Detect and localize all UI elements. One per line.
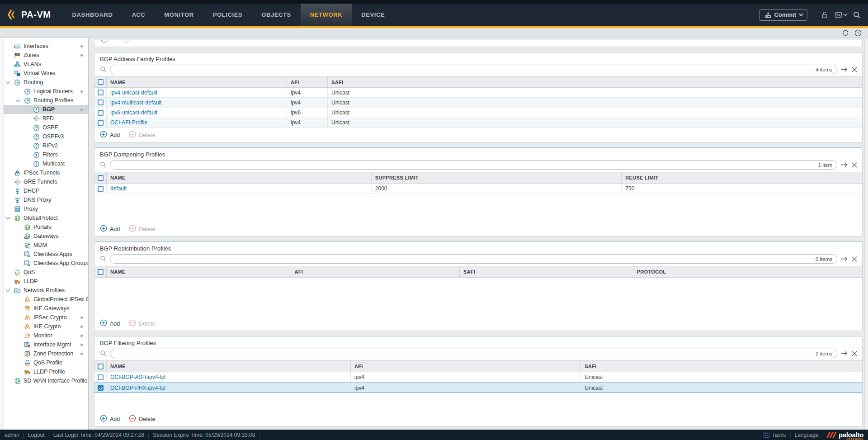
sidebar-item-ospfv3[interactable]: OSPFv3 (4, 132, 88, 141)
delete-button[interactable]: Delete (129, 225, 155, 233)
row-checkbox[interactable] (98, 385, 104, 391)
chevron-down-icon[interactable] (6, 288, 10, 292)
sidebar-item-dns-proxy[interactable]: DNSDNS Proxy (4, 195, 88, 204)
search-icon[interactable] (853, 11, 861, 19)
sidebar-item-zones[interactable]: Zones (4, 51, 88, 60)
sidebar-item-logical-routers[interactable]: Logical Routers (4, 87, 88, 96)
sidebar-item-monitor[interactable]: Monitor (4, 331, 88, 340)
apply-filter-icon[interactable] (840, 161, 848, 168)
column-header-protocol[interactable]: PROTOCOL (633, 266, 862, 277)
unlock-icon[interactable] (821, 11, 828, 19)
sidebar-scrollbar[interactable] (0, 38, 4, 430)
column-header-name[interactable]: NAME (106, 266, 291, 277)
column-header-name[interactable]: NAME (106, 172, 371, 183)
sidebar-item-filters[interactable]: Filters (4, 150, 88, 159)
sidebar-item-ipsec-crypto[interactable]: IPSec Crypto (4, 313, 88, 322)
sidebar-item-lldp[interactable]: LLDP (4, 277, 88, 286)
sidebar-item-dhcp[interactable]: IPDHCP (4, 186, 88, 195)
column-header-name[interactable]: NAME (106, 361, 350, 372)
sidebar-item-interfaces[interactable]: Interfaces (4, 42, 88, 51)
cell-name-link[interactable]: OCI-BGP-PHX-ipv4-fpl (106, 383, 350, 393)
add-button[interactable]: Add (100, 225, 120, 233)
sidebar-item-globalprotect[interactable]: GlobalProtect (4, 213, 88, 222)
main-scrollbar[interactable] (864, 38, 868, 430)
clear-filter-icon[interactable] (851, 66, 858, 73)
sidebar-item-vlans[interactable]: VLANs (4, 60, 88, 69)
sidebar-item-sd-wan-interface-profile[interactable]: SD-WAN Interface Profile (4, 376, 88, 385)
apply-filter-icon[interactable] (840, 66, 848, 73)
tasks-button[interactable]: Tasks (763, 431, 786, 438)
cell-name-link[interactable]: default (106, 184, 371, 194)
cell-name-link[interactable]: ipv6-unicast-default (106, 108, 287, 118)
table-row[interactable]: OCI-AFI-Profileipv4Unicast (94, 118, 862, 128)
delete-button[interactable]: Delete (129, 131, 155, 139)
row-checkbox[interactable] (98, 110, 104, 116)
column-header-afi[interactable]: AFI (350, 361, 580, 372)
cell-name-link[interactable]: ipv4-unicast-default (106, 88, 287, 97)
cell-name-link[interactable]: OCI-BGP-ASH-ipv4-fpl (106, 372, 350, 382)
sidebar-item-ike-gateways[interactable]: IKE Gateways (4, 304, 88, 313)
select-all-checkbox[interactable] (98, 269, 104, 275)
sidebar-item-zone-protection[interactable]: Zone Protection (4, 349, 88, 358)
select-all-checkbox[interactable] (98, 79, 104, 85)
sidebar-item-clientless-app-groups[interactable]: Clientless App Groups (4, 259, 88, 268)
row-checkbox[interactable] (98, 186, 104, 192)
filter-input[interactable]: 1 item (110, 160, 837, 170)
sidebar-item-proxy[interactable]: Proxy (4, 204, 88, 213)
tab-network[interactable]: NETWORK (301, 4, 352, 26)
table-row[interactable]: OCI-BGP-PHX-ipv4-fplipv4Unicast (94, 383, 862, 393)
column-header-safi[interactable]: SAFI (580, 361, 862, 372)
sidebar-item-bfd[interactable]: BFD (4, 114, 88, 123)
language-button[interactable]: Language (795, 432, 819, 438)
filter-input[interactable]: 2 items (110, 349, 837, 358)
column-header-safi[interactable]: SAFI (327, 77, 862, 87)
tab-monitor[interactable]: MONITOR (155, 4, 203, 26)
row-checkbox[interactable] (98, 120, 104, 126)
add-button[interactable]: Add (100, 415, 120, 423)
column-header-reuse-limit[interactable]: REUSE LIMIT (621, 172, 862, 183)
tab-device[interactable]: DEVICE (352, 4, 394, 26)
clear-filter-icon[interactable] (851, 162, 858, 168)
config-save-icon[interactable] (835, 11, 846, 19)
apply-filter-icon[interactable] (840, 350, 848, 357)
row-checkbox[interactable] (98, 90, 104, 95)
sidebar-item-multicast[interactable]: Multicast (4, 159, 88, 168)
delete-button[interactable]: Delete (129, 415, 155, 423)
sidebar-item-interface-mgmt[interactable]: Interface Mgmt (4, 340, 88, 349)
sidebar-item-mdm[interactable]: MDM (4, 241, 88, 250)
column-header-safi[interactable]: SAFI (459, 266, 633, 277)
column-header-name[interactable]: NAME (106, 77, 287, 87)
delete-button[interactable]: Delete (129, 319, 155, 328)
apply-filter-icon[interactable] (840, 255, 848, 262)
sidebar-item-routing[interactable]: Routing (4, 78, 88, 87)
sidebar-item-bgp[interactable]: BGP (4, 105, 88, 114)
select-all-checkbox[interactable] (98, 364, 104, 369)
sidebar-item-qos-profile[interactable]: QoSQoS Profile (4, 358, 88, 367)
logout-link[interactable]: Logout (28, 432, 45, 438)
sidebar-item-gateways[interactable]: Gateways (4, 232, 88, 241)
table-row[interactable]: default2000750 (94, 184, 862, 194)
sidebar-item-ripv2[interactable]: RIPv2 (4, 141, 88, 150)
sidebar-item-ipsec-tunnels[interactable]: IPSec Tunnels (4, 168, 88, 177)
add-button[interactable]: Add (100, 319, 120, 328)
table-row[interactable]: ipv6-unicast-defaultipv6Unicast (94, 108, 862, 118)
table-row[interactable]: ipv4-multicast-defaultipv4Unicast (94, 98, 862, 108)
cell-name-link[interactable]: OCI-AFI-Profile (106, 118, 287, 128)
tab-dashboard[interactable]: DASHBOARD (62, 4, 122, 26)
sidebar-item-clientless-apps[interactable]: Clientless Apps (4, 250, 88, 259)
sidebar-item-virtual-wires[interactable]: Virtual Wires (4, 69, 88, 78)
table-row[interactable]: OCI-BGP-ASH-ipv4-fplipv4Unicast (94, 372, 862, 383)
cell-name-link[interactable]: ipv4-multicast-default (106, 98, 287, 107)
row-checkbox[interactable] (98, 374, 104, 380)
commit-button[interactable]: Commit (759, 9, 807, 21)
sidebar-item-ike-crypto[interactable]: IKE Crypto (4, 322, 88, 331)
table-row[interactable]: ipv4-unicast-defaultipv4Unicast (94, 88, 862, 98)
chevron-down-icon[interactable] (6, 80, 10, 84)
row-checkbox[interactable] (98, 99, 104, 105)
column-header-afi[interactable]: AFI (291, 266, 460, 277)
sidebar-item-lldp-profile[interactable]: LLDP Profile (4, 367, 88, 376)
sidebar-item-qos[interactable]: QoSQoS (4, 268, 88, 277)
column-header-suppress-limit[interactable]: SUPPRESS LIMIT (371, 172, 622, 183)
tab-objects[interactable]: OBJECTS (252, 4, 301, 26)
tab-acc[interactable]: ACC (122, 4, 155, 26)
